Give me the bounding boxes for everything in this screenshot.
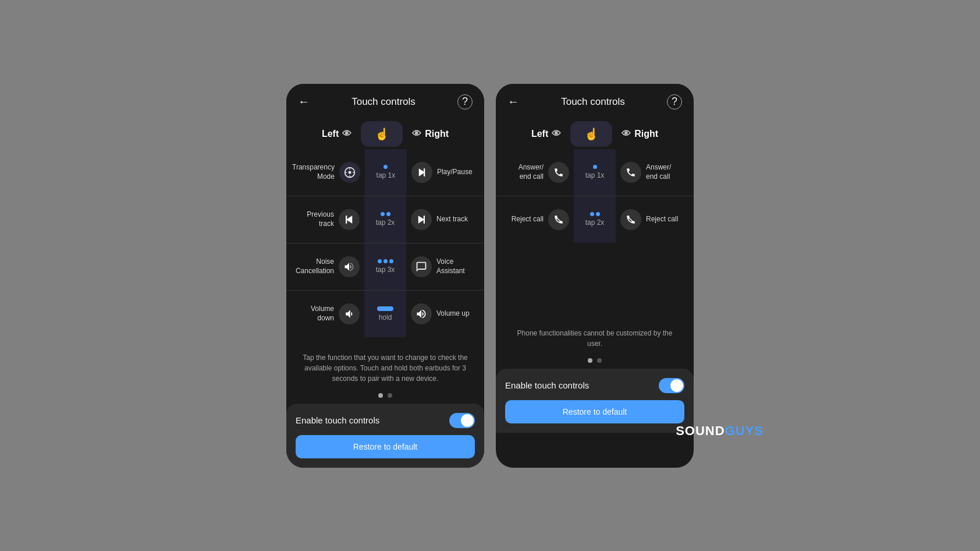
header2-title: Touch controls: [561, 96, 625, 108]
bottom-panel2: Enable touch controls Restore to default: [496, 369, 694, 433]
tab-bar1: Left 👁 ☝ 👁 Right: [286, 116, 484, 149]
info-text2: Phone functionalities cannot be customiz…: [496, 319, 694, 355]
guys-text: GUYS: [725, 423, 764, 438]
sound-text: SOUND: [676, 423, 725, 438]
help-icon[interactable]: ?: [457, 94, 473, 110]
right-label1: Right: [425, 129, 449, 139]
tab-center2[interactable]: ☝: [570, 121, 612, 147]
noise-cancellation-label: NoiseCancellation: [296, 257, 334, 276]
page-dots1: [286, 390, 484, 401]
toggle-knob2: [670, 379, 683, 392]
volume-up-label: Volume up: [436, 309, 470, 319]
center-tap1x[interactable]: tap 1x: [365, 149, 407, 196]
hold-label: hold: [379, 313, 392, 322]
row2-2-right[interactable]: Reject call: [616, 203, 694, 236]
svg-marker-10: [418, 216, 425, 224]
row3-right[interactable]: VoiceAssistant: [406, 250, 484, 283]
reject-call-label-right: Reject call: [646, 215, 678, 224]
svg-marker-8: [346, 216, 353, 224]
back-icon[interactable]: ←: [298, 95, 310, 108]
noise-cancellation-icon: [339, 256, 360, 277]
s2-tap1x-label: tap 1x: [585, 171, 605, 179]
toggle-row1: Enable touch controls: [296, 413, 475, 428]
toggle-row2: Enable touch controls: [505, 378, 684, 393]
svg-rect-11: [424, 216, 425, 224]
transparency-icon: [339, 162, 360, 183]
s2-tap2x-label: tap 2x: [585, 218, 605, 227]
row2-2-left[interactable]: Reject call: [496, 203, 574, 236]
s2-dot-indicator-2: [590, 212, 600, 216]
answer-end-label-right: Answer/end call: [646, 163, 671, 181]
play-pause-icon: [411, 162, 432, 183]
center-tap3x[interactable]: tap 3x: [364, 243, 406, 290]
dot-indicator-1: [384, 165, 388, 169]
center2-tap2x[interactable]: tap 2x: [574, 196, 616, 243]
left-label1: Left: [322, 129, 339, 139]
volume-down-label: Volumedown: [311, 305, 334, 323]
svg-rect-9: [346, 216, 347, 224]
back-icon2[interactable]: ←: [507, 95, 519, 108]
row1-tap1x: TransparencyMode tap 1x: [286, 149, 484, 196]
enable-label2: Enable touch controls: [505, 380, 589, 390]
header2: ← Touch controls ?: [496, 84, 694, 116]
enable-toggle2[interactable]: [659, 378, 684, 393]
left-label2: Left: [531, 129, 548, 139]
tab-right1[interactable]: 👁 Right: [403, 125, 458, 143]
row2-right[interactable]: Next track: [406, 203, 484, 236]
row4-right[interactable]: Volume up: [406, 298, 484, 330]
volume-up-icon: [411, 303, 432, 324]
reject-call-icon-left: [548, 209, 569, 230]
page-dot1: [378, 393, 383, 398]
next-track-label: Next track: [436, 215, 468, 224]
s2-dot-indicator-1: [593, 165, 597, 169]
eye-icon-right1: 👁: [412, 129, 421, 139]
next-track-icon: [411, 209, 432, 230]
tab-left2[interactable]: Left 👁: [522, 125, 570, 143]
enable-label1: Enable touch controls: [296, 415, 379, 425]
row2-left[interactable]: Previoustrack: [286, 203, 364, 236]
tab-bar2: Left 👁 ☝ 👁 Right: [496, 116, 694, 149]
info-text1: Tap the function that you want to change…: [286, 343, 484, 390]
row1-right[interactable]: Play/Pause: [407, 156, 484, 189]
row4-left[interactable]: Volumedown: [286, 298, 364, 330]
svg-rect-7: [424, 168, 425, 176]
spacer2: [496, 249, 694, 319]
center2-tap1x[interactable]: tap 1x: [574, 149, 616, 196]
header1-title: Touch controls: [351, 96, 416, 108]
touch-icon2: ☝: [584, 127, 599, 141]
voice-assistant-icon: [411, 256, 432, 277]
answer-end-icon-right: [620, 162, 641, 183]
center-tap2x[interactable]: tap 2x: [364, 196, 406, 243]
tap2x-label: tap 2x: [376, 218, 395, 227]
page-dots2: [496, 355, 694, 366]
row2-1-left[interactable]: Answer/end call: [496, 156, 574, 189]
restore-btn2[interactable]: Restore to default: [505, 400, 684, 423]
center-hold[interactable]: hold: [364, 291, 406, 337]
tap1x-label: tap 1x: [377, 171, 396, 179]
restore-btn1[interactable]: Restore to default: [296, 435, 475, 458]
screen2: ← Touch controls ? Left 👁 ☝ 👁 Right: [496, 84, 694, 468]
tab-right2[interactable]: 👁 Right: [612, 125, 667, 143]
row2-1-right[interactable]: Answer/end call: [616, 156, 694, 189]
s2-page-dot1: [588, 358, 592, 363]
row1-tap2x: Previoustrack tap 2x: [286, 196, 484, 243]
row3-left[interactable]: NoiseCancellation: [286, 250, 364, 283]
volume-down-icon: [339, 303, 360, 324]
dot-indicator-3: [378, 259, 393, 263]
tab-left1[interactable]: Left 👁: [313, 125, 361, 143]
enable-toggle1[interactable]: [449, 413, 475, 428]
touch-icon1: ☝: [375, 127, 389, 141]
row1-left[interactable]: TransparencyMode: [286, 156, 365, 189]
page-dot2: [388, 393, 392, 398]
reject-call-label-left: Reject call: [512, 215, 544, 224]
tab-center1[interactable]: ☝: [361, 121, 403, 147]
transparency-mode-label: TransparencyMode: [292, 163, 335, 181]
voice-assistant-label: VoiceAssistant: [436, 257, 465, 276]
bottom-panel1: Enable touch controls Restore to default: [286, 404, 484, 468]
tap3x-label: tap 3x: [376, 266, 395, 274]
prev-track-icon: [339, 209, 360, 230]
watermark: SOUNDGUYS: [676, 422, 764, 439]
controls1: TransparencyMode tap 1x: [286, 149, 484, 343]
help-icon2[interactable]: ?: [667, 94, 682, 110]
row1-hold: Volumedown hold Volume up: [286, 291, 484, 337]
